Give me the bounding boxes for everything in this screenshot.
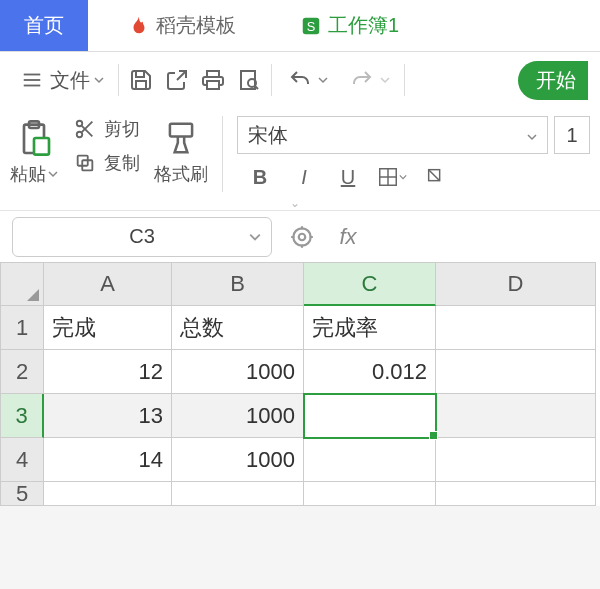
- copy-button[interactable]: 复制: [72, 150, 140, 176]
- column-headers: A B C D: [0, 262, 600, 306]
- redo-icon: [348, 66, 376, 94]
- svg-text:S: S: [307, 18, 316, 33]
- redo-button[interactable]: [342, 66, 396, 94]
- italic-button[interactable]: I: [287, 162, 321, 192]
- col-header-A[interactable]: A: [44, 262, 172, 306]
- trace-button[interactable]: [286, 221, 318, 253]
- svg-rect-21: [170, 124, 192, 137]
- font-size-value: 1: [566, 124, 577, 147]
- cell-D4[interactable]: [436, 438, 596, 482]
- font-name-value: 宋体: [248, 122, 288, 149]
- quick-toolbar: 文件 开始: [0, 52, 600, 108]
- cell-A3[interactable]: 13: [44, 394, 172, 438]
- row-5: 5: [0, 482, 600, 506]
- tab-templates-label: 稻壳模板: [156, 12, 236, 39]
- name-box-value: C3: [129, 225, 155, 248]
- cell-B5[interactable]: [172, 482, 304, 506]
- svg-rect-14: [34, 138, 49, 155]
- svg-rect-5: [136, 71, 144, 77]
- separator: [222, 116, 223, 192]
- cell-D3[interactable]: [436, 394, 596, 438]
- bold-button[interactable]: B: [243, 162, 277, 192]
- cell-C1[interactable]: 完成率: [304, 306, 436, 350]
- fx-button[interactable]: fx: [332, 221, 364, 253]
- chevron-down-icon: [94, 75, 104, 85]
- cell-D1[interactable]: [436, 306, 596, 350]
- row-1: 1 完成 总数 完成率: [0, 306, 600, 350]
- separator: [404, 64, 405, 96]
- cell-A1[interactable]: 完成: [44, 306, 172, 350]
- chevron-down-icon: [249, 225, 261, 248]
- cell-C3[interactable]: [304, 394, 436, 438]
- paste-label: 粘贴: [10, 162, 58, 186]
- tab-workbook-label: 工作簿1: [328, 12, 399, 39]
- format-painter-button[interactable]: 格式刷: [154, 116, 208, 186]
- font-size-select[interactable]: 1: [554, 116, 590, 154]
- cell-B4[interactable]: 1000: [172, 438, 304, 482]
- separator: [271, 64, 272, 96]
- menu-icon: [18, 66, 46, 94]
- ribbon: 粘贴 剪切 复制 格式刷 宋体 1: [0, 108, 600, 196]
- svg-point-16: [77, 132, 83, 138]
- scissors-icon: [72, 116, 98, 142]
- undo-button[interactable]: [280, 66, 334, 94]
- row-header-4[interactable]: 4: [0, 438, 44, 482]
- cell-B3[interactable]: 1000: [172, 394, 304, 438]
- svg-rect-6: [136, 81, 146, 89]
- clipboard-icon: [12, 116, 56, 160]
- tab-templates[interactable]: 稻壳模板: [88, 0, 276, 51]
- tab-home[interactable]: 首页: [0, 0, 88, 51]
- cell-A4[interactable]: 14: [44, 438, 172, 482]
- chevron-down-icon: [318, 75, 328, 85]
- paste-group[interactable]: 粘贴: [10, 116, 58, 186]
- chevron-down-icon: [380, 75, 390, 85]
- fill-color-button[interactable]: [419, 162, 453, 192]
- cut-button[interactable]: 剪切: [72, 116, 140, 142]
- tab-workbook[interactable]: S 工作簿1: [276, 0, 423, 51]
- svg-line-26: [429, 170, 440, 181]
- start-tab[interactable]: 开始: [518, 61, 588, 100]
- col-header-C[interactable]: C: [304, 262, 436, 306]
- print-preview-button[interactable]: [235, 66, 263, 94]
- row-header-5[interactable]: 5: [0, 482, 44, 506]
- cell-A2[interactable]: 12: [44, 350, 172, 394]
- spreadsheet-grid: A B C D 1 完成 总数 完成率 2 12 1000 0.012 3 13…: [0, 262, 600, 506]
- cell-C5[interactable]: [304, 482, 436, 506]
- save-button[interactable]: [127, 66, 155, 94]
- row-4: 4 14 1000: [0, 438, 600, 482]
- print-button[interactable]: [199, 66, 227, 94]
- svg-point-28: [299, 233, 306, 240]
- cell-D5[interactable]: [436, 482, 596, 506]
- share-button[interactable]: [163, 66, 191, 94]
- svg-point-27: [293, 228, 310, 245]
- cell-B2[interactable]: 1000: [172, 350, 304, 394]
- row-header-3[interactable]: 3: [0, 394, 44, 438]
- separator: [118, 64, 119, 96]
- svg-point-15: [77, 121, 83, 127]
- cut-label: 剪切: [104, 117, 140, 141]
- copy-label: 复制: [104, 151, 140, 175]
- cell-C2[interactable]: 0.012: [304, 350, 436, 394]
- file-label: 文件: [50, 67, 90, 94]
- row-header-1[interactable]: 1: [0, 306, 44, 350]
- flame-icon: [128, 15, 150, 37]
- copy-icon: [72, 150, 98, 176]
- chevron-down-icon: [527, 124, 537, 147]
- col-header-B[interactable]: B: [172, 262, 304, 306]
- col-header-D[interactable]: D: [436, 262, 596, 306]
- name-box[interactable]: C3: [12, 217, 272, 257]
- cell-B1[interactable]: 总数: [172, 306, 304, 350]
- row-header-2[interactable]: 2: [0, 350, 44, 394]
- underline-button[interactable]: U: [331, 162, 365, 192]
- cell-A5[interactable]: [44, 482, 172, 506]
- paint-brush-icon: [159, 116, 203, 160]
- undo-icon: [286, 66, 314, 94]
- cell-D2[interactable]: [436, 350, 596, 394]
- file-menu[interactable]: 文件: [12, 66, 110, 94]
- borders-button[interactable]: [375, 162, 409, 192]
- select-all-corner[interactable]: [0, 262, 44, 306]
- svg-rect-8: [207, 81, 219, 89]
- ribbon-collapse[interactable]: ⌄: [0, 196, 600, 210]
- cell-C4[interactable]: [304, 438, 436, 482]
- font-name-select[interactable]: 宋体: [237, 116, 548, 154]
